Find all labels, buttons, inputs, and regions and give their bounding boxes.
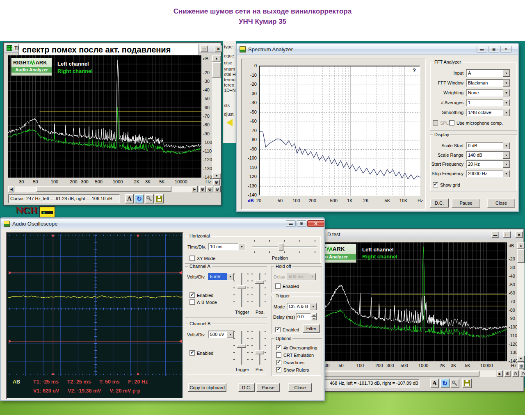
dropdown-arrow-icon[interactable]: ▼ bbox=[503, 152, 510, 159]
play-arrow-icon[interactable] bbox=[226, 119, 233, 126]
desktop-icon-audio-tool[interactable] bbox=[39, 206, 55, 218]
enabled-checkbox-b[interactable] bbox=[189, 350, 195, 356]
trigger-thumb-b[interactable] bbox=[237, 344, 246, 348]
scroll-thumb[interactable] bbox=[517, 249, 525, 263]
titlebar[interactable]: Spectrum Analyzer ▬ ▣ ✕ bbox=[237, 44, 518, 55]
pause-button[interactable]: Pause bbox=[256, 383, 280, 392]
display-row-combo-1[interactable]: 140 dB▼ bbox=[466, 151, 510, 159]
analyzer-plot[interactable] bbox=[259, 66, 420, 195]
zoom-out-button[interactable]: ⊖ bbox=[206, 186, 213, 192]
pos-slider-a[interactable] bbox=[259, 273, 260, 307]
scroll-left-icon[interactable]: ◀ bbox=[8, 186, 14, 192]
pause-button[interactable]: Pause bbox=[452, 199, 480, 208]
zoom-in-button[interactable]: ⊕ bbox=[213, 179, 220, 185]
horizontal-scrollbar[interactable] bbox=[314, 370, 496, 377]
trigger-enabled-checkbox[interactable] bbox=[275, 327, 281, 332]
dropdown-arrow-icon[interactable]: ▼ bbox=[503, 109, 510, 116]
maximize-button[interactable]: □ bbox=[200, 46, 208, 52]
scroll-right-icon[interactable]: ▶ bbox=[192, 186, 198, 192]
enabled-checkbox-a[interactable] bbox=[189, 292, 195, 298]
maximize-button[interactable]: □ bbox=[503, 231, 511, 238]
option-checkbox-0[interactable] bbox=[276, 345, 281, 350]
filter-button[interactable]: Filter bbox=[303, 324, 320, 333]
dropdown-arrow-icon[interactable]: ▼ bbox=[503, 99, 510, 106]
refresh-button[interactable]: ↻ bbox=[440, 379, 450, 388]
titlebar[interactable]: Audio Oscilloscope ▬ ▣ ✕ bbox=[1, 219, 324, 229]
minimize-button[interactable]: ▬ bbox=[491, 231, 499, 238]
vertical-scrollbar[interactable]: ▲ ▼ bbox=[517, 242, 525, 362]
trigger-delay-field[interactable]: 0.0 bbox=[296, 313, 311, 320]
dc-button[interactable]: D.C. bbox=[430, 199, 449, 208]
volts-div-combo-a[interactable]: 5 mV▼ bbox=[208, 273, 234, 281]
display-row-combo-2[interactable]: 20 Hz▼ bbox=[466, 160, 510, 168]
scope-display[interactable] bbox=[8, 234, 183, 376]
pos-thumb-b[interactable] bbox=[255, 350, 264, 354]
position-slider-thumb[interactable] bbox=[278, 243, 283, 251]
trigger-slider-a[interactable] bbox=[241, 273, 242, 307]
copy-to-clipboard-button[interactable]: Copy to clipboard bbox=[188, 383, 226, 392]
settings-wrench-button[interactable] bbox=[450, 379, 459, 388]
scroll-up-icon[interactable]: ▲ bbox=[517, 242, 525, 249]
maximize-button[interactable]: ▣ bbox=[297, 220, 306, 227]
mic-comp-checkbox[interactable] bbox=[449, 120, 454, 126]
close-button-bottom[interactable]: Close bbox=[288, 383, 312, 392]
ab-mode-checkbox[interactable] bbox=[189, 299, 195, 305]
fft-row-combo-3[interactable]: 1▼ bbox=[466, 99, 510, 107]
pos-slider-b[interactable] bbox=[259, 331, 260, 365]
font-button[interactable]: A bbox=[125, 194, 134, 203]
zoom-out-button[interactable]: ⊖ bbox=[512, 370, 519, 377]
dropdown-arrow-icon[interactable]: ▼ bbox=[503, 170, 510, 177]
holdoff-enabled-checkbox[interactable] bbox=[275, 283, 281, 289]
fft-row-combo-0[interactable]: A▼ bbox=[466, 69, 510, 77]
close-button[interactable]: ✕ bbox=[500, 46, 512, 52]
zoom-in-button[interactable]: ⊕ bbox=[518, 363, 525, 369]
pos-thumb-a[interactable] bbox=[255, 280, 264, 284]
close-button[interactable]: ✕ bbox=[307, 220, 324, 227]
trigger-thumb-a[interactable] bbox=[237, 285, 246, 289]
settings-wrench-button[interactable] bbox=[145, 194, 154, 203]
trigger-slider-b[interactable] bbox=[241, 331, 242, 365]
minimize-button[interactable]: ▬ bbox=[286, 220, 296, 227]
dc-button[interactable]: D.C. bbox=[238, 383, 255, 392]
scroll-down-icon[interactable]: ▼ bbox=[517, 356, 525, 362]
minimize-button[interactable]: ▬ bbox=[477, 46, 487, 52]
fft-row-combo-4[interactable]: 1/48 octave▼ bbox=[466, 109, 510, 116]
save-button[interactable] bbox=[155, 194, 164, 203]
close-button[interactable]: ✕ bbox=[515, 231, 523, 238]
option-checkbox-3[interactable] bbox=[276, 367, 281, 372]
maximize-button[interactable]: ▣ bbox=[488, 46, 499, 52]
time-div-combo[interactable]: 10 ms▼ bbox=[208, 243, 246, 251]
trigger-mode-combo[interactable]: Ch. A & B▼ bbox=[287, 303, 317, 310]
display-row-combo-3[interactable]: 20000 Hz▼ bbox=[466, 170, 510, 178]
dropdown-arrow-icon[interactable]: ▼ bbox=[503, 89, 510, 96]
dropdown-arrow-icon[interactable]: ▼ bbox=[227, 273, 234, 280]
dropdown-arrow-icon[interactable]: ▼ bbox=[238, 243, 245, 250]
font-button[interactable]: A bbox=[430, 379, 439, 388]
scroll-thumb[interactable] bbox=[212, 62, 221, 78]
dropdown-arrow-icon[interactable]: ▼ bbox=[227, 331, 234, 338]
close-button[interactable]: ✕ bbox=[215, 46, 222, 52]
zoom-in-button-2[interactable]: ⊕ bbox=[504, 370, 511, 377]
position-slider-track[interactable] bbox=[252, 247, 317, 247]
help-glyph[interactable]: ? bbox=[413, 67, 416, 73]
trigger-delay-spinner[interactable]: ▲ ▼ bbox=[311, 313, 317, 320]
dropdown-arrow-icon[interactable]: ▼ bbox=[503, 161, 510, 168]
zoom-out-button-2[interactable]: ⊖ bbox=[520, 370, 525, 377]
scroll-up-icon[interactable]: ▲ bbox=[212, 55, 221, 62]
display-row-combo-0[interactable]: 0 dB▼ bbox=[466, 142, 510, 150]
fft-row-combo-2[interactable]: None▼ bbox=[466, 89, 510, 97]
scroll-thumb[interactable] bbox=[36, 186, 171, 192]
xy-mode-checkbox[interactable] bbox=[189, 256, 195, 261]
save-button[interactable] bbox=[462, 379, 472, 388]
dropdown-arrow-icon[interactable]: ▼ bbox=[310, 303, 317, 310]
dropdown-arrow-icon[interactable]: ▼ bbox=[503, 80, 510, 87]
dropdown-arrow-icon[interactable]: ▼ bbox=[503, 70, 510, 77]
spl-checkbox[interactable] bbox=[433, 120, 438, 126]
refresh-button[interactable]: ↻ bbox=[135, 194, 144, 203]
show-grid-checkbox[interactable] bbox=[433, 182, 438, 187]
fft-row-combo-1[interactable]: Blackman▼ bbox=[466, 79, 510, 87]
option-checkbox-1[interactable] bbox=[276, 352, 281, 358]
spinner-up-icon[interactable]: ▲ bbox=[311, 313, 317, 317]
scroll-thumb[interactable] bbox=[315, 371, 479, 377]
desktop-icon-nch[interactable]: NCH bbox=[16, 205, 37, 216]
